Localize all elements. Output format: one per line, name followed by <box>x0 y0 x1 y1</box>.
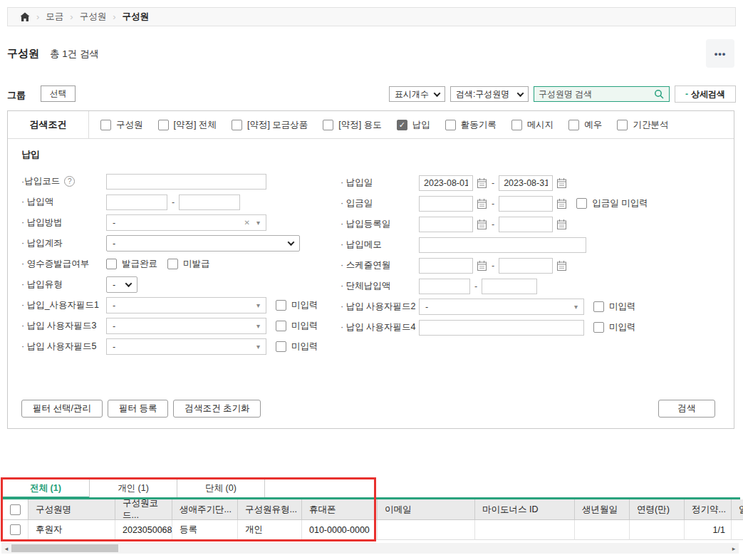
row-checkbox[interactable] <box>1 520 28 540</box>
payment-account-select[interactable]: - <box>106 235 300 252</box>
deposit-not-entered-label: 입금일 미입력 <box>592 197 648 209</box>
custom2-select[interactable]: - ▾ <box>419 299 584 315</box>
help-icon[interactable]: ? <box>64 176 75 187</box>
column-header[interactable]: 이메일 <box>378 499 475 520</box>
search-condition-checkbox[interactable]: 활동기록 <box>445 119 497 131</box>
checkbox-icon <box>158 120 169 130</box>
search-condition-checkbox[interactable]: 구성원 <box>100 119 143 131</box>
deposit-not-entered-checkbox[interactable]: 입금일 미입력 <box>576 197 648 209</box>
custom4-label: 납입 사용자필드4 <box>341 321 419 333</box>
search-condition-checkbox[interactable]: ✓납입 <box>397 119 430 131</box>
search-condition-checkbox[interactable]: [약정] 모금상품 <box>232 119 308 131</box>
more-options-button[interactable]: ••• <box>706 39 734 68</box>
calendar-icon[interactable] <box>556 177 567 189</box>
reset-conditions-button[interactable]: 검색조건 초기화 <box>173 400 261 418</box>
column-header[interactable]: 구성원명 <box>28 499 115 520</box>
scroll-left-icon[interactable]: ◂ <box>1 543 11 554</box>
search-condition-checkbox[interactable]: 메시지 <box>511 119 554 131</box>
calendar-icon[interactable] <box>556 219 567 230</box>
receipt-not-issued-checkbox[interactable]: 미발급 <box>167 258 210 270</box>
scrollbar-thumb[interactable] <box>11 544 118 552</box>
group-label: 그룹 <box>7 89 26 102</box>
group-amount-max-input[interactable] <box>482 279 537 294</box>
advanced-search-button[interactable]: - 상세검색 <box>675 85 736 103</box>
payment-type-select[interactable]: - <box>106 276 137 293</box>
result-tab[interactable]: 전체 (1) <box>1 479 90 497</box>
custom4-not-entered-checkbox[interactable]: 미입력 <box>593 321 636 333</box>
custom1-select[interactable]: - ▾ <box>106 297 266 313</box>
breadcrumb-item[interactable]: 구성원 <box>123 11 150 23</box>
result-tab[interactable]: 단체 (0) <box>177 479 265 497</box>
search-condition-checkbox[interactable]: 기간분석 <box>617 119 668 131</box>
calendar-icon[interactable] <box>477 198 487 209</box>
clear-icon[interactable]: ✕ <box>244 219 250 227</box>
deposit-date-to-input[interactable] <box>499 196 553 212</box>
dropdown-arrow-icon: ▾ <box>256 343 260 351</box>
search-icon[interactable] <box>654 89 665 100</box>
result-tab[interactable]: 개인 (1) <box>89 479 177 497</box>
custom5-select[interactable]: - ▾ <box>106 338 266 355</box>
search-condition-checkbox[interactable]: [약정] 용도 <box>323 119 381 131</box>
horizontal-scrollbar[interactable]: ◂ ▸ <box>1 543 739 554</box>
select-all-checkbox[interactable] <box>1 499 28 520</box>
custom1-not-entered-checkbox[interactable]: 미입력 <box>276 299 318 311</box>
condition-label: 납입 <box>412 119 430 131</box>
schedule-to-input[interactable] <box>499 258 553 274</box>
payment-form-left: 납입코드 ? 납입액 - 납입방법 - ✕ ▾ 납입계좌 <box>21 171 339 357</box>
column-header[interactable]: 마이도너스 ID <box>475 499 575 520</box>
calendar-icon[interactable] <box>477 219 487 230</box>
breadcrumb-item[interactable]: 구성원 <box>80 11 107 23</box>
display-count-select[interactable]: 표시개수 <box>389 86 445 102</box>
column-header[interactable]: 구성원코드... <box>115 499 172 520</box>
column-header[interactable]: 일 <box>732 499 743 520</box>
payment-method-select[interactable]: - ✕ ▾ <box>106 214 266 231</box>
not-entered-label: 미입력 <box>291 320 318 332</box>
register-date-to-input[interactable] <box>499 217 553 232</box>
calendar-icon[interactable] <box>556 198 567 209</box>
scroll-right-icon[interactable]: ▸ <box>729 543 739 554</box>
home-icon[interactable] <box>20 12 30 22</box>
column-header[interactable]: 정기약... <box>685 499 732 520</box>
chevron-down-icon <box>517 90 524 97</box>
payment-date-to-input[interactable] <box>499 175 553 191</box>
form-row-deposit-date: 입금일 - 입금일 미입력 <box>341 193 725 214</box>
custom3-not-entered-checkbox[interactable]: 미입력 <box>276 320 318 332</box>
checkbox-icon <box>232 120 242 130</box>
dropdown-arrow-icon: ▾ <box>256 301 260 309</box>
filter-manage-button[interactable]: 필터 선택/관리 <box>21 400 103 418</box>
search-input[interactable] <box>539 89 654 99</box>
register-date-from-input[interactable] <box>419 217 473 232</box>
search-condition-checkbox[interactable]: 예우 <box>568 119 602 131</box>
column-header[interactable]: 휴대폰 <box>302 499 378 520</box>
custom4-input[interactable] <box>419 320 584 336</box>
calendar-icon[interactable] <box>477 177 487 189</box>
custom5-not-entered-checkbox[interactable]: 미입력 <box>276 341 318 353</box>
breadcrumb-item[interactable]: 모금 <box>46 11 63 23</box>
group-select-button[interactable]: 선택 <box>41 85 76 102</box>
column-header[interactable]: 연령(만) <box>630 499 685 520</box>
deposit-date-from-input[interactable] <box>419 196 473 212</box>
memo-input[interactable] <box>419 237 586 253</box>
toolbar: 그룹 선택 표시개수 검색:구성원명 - 상세검색 <box>7 85 736 103</box>
custom2-not-entered-checkbox[interactable]: 미입력 <box>593 301 636 313</box>
custom3-select[interactable]: - ▾ <box>106 318 266 334</box>
search-type-select[interactable]: 검색:구성원명 <box>450 86 529 102</box>
schedule-from-input[interactable] <box>419 258 473 274</box>
calendar-icon[interactable] <box>556 260 567 271</box>
column-header[interactable]: 구성원유형... <box>238 499 302 520</box>
search-condition-checkbox[interactable]: [약정] 전체 <box>158 119 217 131</box>
form-row-custom5: 납입 사용자필드5 - ▾ 미입력 <box>21 336 339 357</box>
receipt-issued-checkbox[interactable]: 발급완료 <box>106 258 157 270</box>
column-header[interactable]: 생애주기단... <box>172 499 238 520</box>
payment-date-from-input[interactable] <box>419 175 473 191</box>
filter-register-button[interactable]: 필터 등록 <box>108 400 168 418</box>
payment-code-input[interactable] <box>106 174 266 190</box>
payment-amount-min-input[interactable] <box>106 195 167 210</box>
group-amount-min-input[interactable] <box>419 279 470 294</box>
search-button[interactable]: 검색 <box>658 400 715 418</box>
dropdown-arrow-icon: ▾ <box>256 322 260 330</box>
column-header[interactable]: 생년월일 <box>575 499 630 520</box>
table-cell: 등록 <box>172 520 238 540</box>
payment-amount-max-input[interactable] <box>179 195 240 210</box>
calendar-icon[interactable] <box>477 260 487 271</box>
